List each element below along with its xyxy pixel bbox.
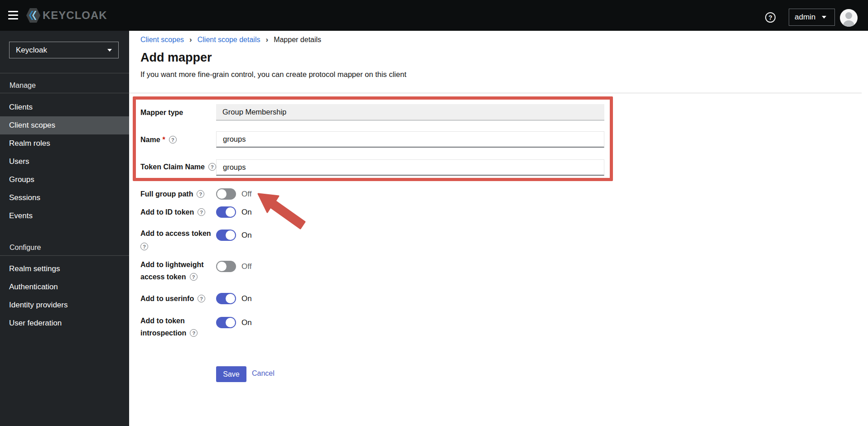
add-to-userinfo-label: Add to userinfo	[140, 295, 194, 302]
sidebar-item-sessions[interactable]: Sessions	[0, 189, 129, 207]
full-group-path-state: Off	[241, 188, 251, 200]
add-to-id-token-label: Add to ID token	[140, 208, 194, 216]
sidebar-item-authentication[interactable]: Authentication	[0, 278, 129, 296]
token-claim-name-label: Token Claim Name	[140, 163, 205, 171]
sidebar-item-client-scopes[interactable]: Client scopes	[0, 116, 129, 134]
admin-user-label: admin	[795, 13, 815, 22]
add-to-id-token-toggle[interactable]	[216, 206, 236, 218]
nav-group-manage: Manage	[10, 81, 36, 90]
breadcrumb-client-scope-details[interactable]: Client scope details	[198, 36, 260, 44]
required-asterisk: *	[163, 136, 165, 144]
full-group-path-label: Full group path	[140, 190, 193, 198]
help-icon[interactable]: ?	[190, 329, 198, 337]
breadcrumb: Client scopes › Client scope details › M…	[140, 35, 321, 44]
add-to-token-introspection-row: Add to token introspection?	[140, 315, 198, 339]
sidebar-item-clients[interactable]: Clients	[0, 98, 129, 116]
add-to-lightweight-access-token-state: Off	[241, 261, 251, 272]
help-icon[interactable]: ?	[197, 190, 204, 198]
sidebar-item-users[interactable]: Users	[0, 153, 129, 171]
mapper-type-field[interactable]: Group Membership	[216, 104, 604, 120]
help-icon[interactable]: ?	[198, 208, 205, 216]
add-to-access-token-label: Add to access token	[140, 230, 211, 237]
keycloak-logo-icon	[26, 8, 41, 23]
realm-selector-value: Keycloak	[16, 46, 47, 55]
divider	[0, 93, 129, 93]
chevron-right-icon: ›	[189, 35, 192, 44]
divider	[0, 73, 129, 73]
add-to-lightweight-access-token-toggle[interactable]	[216, 261, 236, 272]
chevron-down-icon	[107, 49, 112, 52]
chevron-down-icon	[822, 16, 826, 19]
add-to-id-token-state: On	[241, 206, 252, 218]
masthead: KEYCLOAK ? admin	[0, 0, 868, 31]
add-to-userinfo-state: On	[241, 293, 252, 304]
chevron-right-icon: ›	[265, 35, 268, 44]
token-claim-name-row: Token Claim Name?	[140, 161, 216, 173]
sidebar-item-events[interactable]: Events	[0, 207, 129, 225]
mapper-type-label: Mapper type	[140, 109, 183, 116]
add-to-lightweight-access-token-label: Add to lightweight	[140, 261, 204, 268]
name-row: Name*?	[140, 134, 177, 146]
token-claim-name-input[interactable]: groups	[216, 159, 604, 176]
help-icon[interactable]: ?	[190, 273, 198, 281]
breadcrumb-mapper-details: Mapper details	[274, 36, 321, 44]
add-to-access-token-state: On	[241, 230, 252, 241]
nav-group-configure: Configure	[10, 244, 41, 252]
avatar[interactable]	[840, 9, 858, 27]
sidebar: Keycloak Manage Clients Client scopes Re…	[0, 31, 129, 426]
product-name: KEYCLOAK	[43, 9, 107, 22]
save-button[interactable]: Save	[216, 366, 246, 382]
help-icon[interactable]: ?	[198, 295, 205, 302]
admin-user-dropdown[interactable]: admin	[789, 9, 835, 26]
page-title: Add mapper	[140, 51, 212, 65]
add-to-id-token-row: Add to ID token?	[140, 206, 205, 218]
name-label: Name	[140, 136, 160, 144]
keycloak-logo: KEYCLOAK	[26, 8, 107, 23]
add-to-lightweight-access-token-row: Add to lightweight access token?	[140, 258, 204, 283]
add-to-userinfo-toggle[interactable]	[216, 293, 236, 304]
name-input[interactable]: groups	[216, 131, 604, 148]
full-group-path-toggle[interactable]	[216, 188, 236, 200]
add-to-access-token-toggle[interactable]	[216, 230, 236, 241]
breadcrumb-client-scopes[interactable]: Client scopes	[140, 36, 184, 44]
full-group-path-row: Full group path?	[140, 188, 204, 200]
sidebar-item-groups[interactable]: Groups	[0, 171, 129, 189]
add-to-token-introspection-toggle[interactable]	[216, 317, 236, 328]
realm-selector[interactable]: Keycloak	[9, 42, 119, 58]
add-to-token-introspection-label: Add to token	[140, 317, 185, 325]
mapper-type-row: Mapper type	[140, 106, 183, 119]
add-to-access-token-row: Add to access token ?	[140, 227, 211, 248]
help-icon[interactable]: ?	[208, 163, 216, 171]
page-subtitle: If you want more fine-grain control, you…	[140, 70, 406, 79]
help-icon[interactable]: ?	[765, 12, 776, 23]
add-to-userinfo-row: Add to userinfo?	[140, 292, 205, 305]
sidebar-item-realm-roles[interactable]: Realm roles	[0, 134, 129, 153]
hamburger-menu-icon[interactable]	[8, 11, 18, 20]
sidebar-item-user-federation[interactable]: User federation	[0, 314, 129, 332]
add-to-token-introspection-state: On	[241, 317, 252, 328]
divider	[0, 255, 129, 256]
sidebar-item-realm-settings[interactable]: Realm settings	[0, 260, 129, 278]
help-icon[interactable]: ?	[169, 136, 177, 144]
divider	[129, 93, 862, 93]
cancel-button[interactable]: Cancel	[252, 369, 275, 378]
sidebar-item-identity-providers[interactable]: Identity providers	[0, 296, 129, 314]
